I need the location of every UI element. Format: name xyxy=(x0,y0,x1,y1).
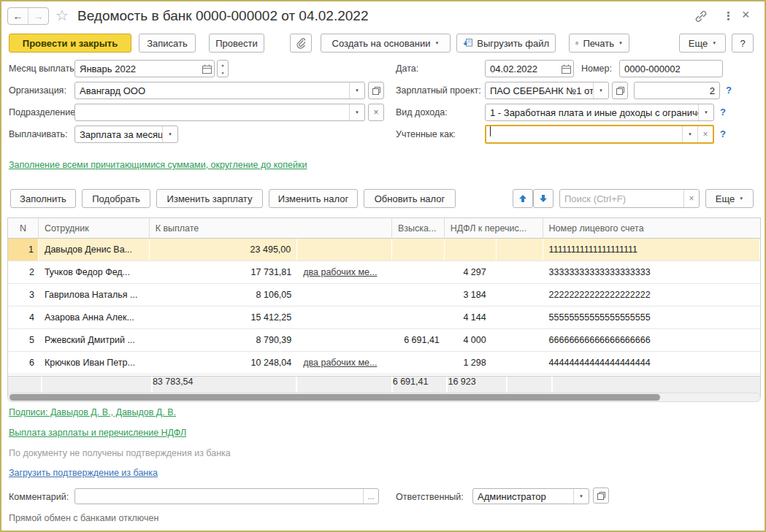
table-more-button[interactable]: Еще ▼ xyxy=(705,189,754,208)
search-clear-icon[interactable]: × xyxy=(683,190,699,207)
header-account[interactable]: Номер лицевого счета xyxy=(543,218,760,238)
back-button[interactable]: ← xyxy=(8,8,28,24)
department-label: Подразделение: xyxy=(9,107,78,117)
organization-open-button[interactable] xyxy=(368,82,384,99)
header-tax[interactable]: НДФЛ к перечис... xyxy=(445,218,543,238)
horizontal-scrollbar[interactable] xyxy=(7,393,761,402)
income-kind-field[interactable]: 1 - Заработная плата и иные доходы с огр… xyxy=(485,104,714,121)
salary-project-open-button[interactable] xyxy=(612,82,628,99)
chevron-down-icon: ▼ xyxy=(712,41,716,45)
responsible-open-button[interactable] xyxy=(593,487,609,504)
kebab-menu-icon[interactable]: ⋮ xyxy=(723,9,734,23)
cell-tax: 3 184 xyxy=(445,284,497,306)
pay-select[interactable]: Зарплата за месяц ▼ xyxy=(74,126,178,143)
attachments-button[interactable] xyxy=(290,34,312,53)
cell-employee: Гаврилова Наталья ... xyxy=(39,284,150,306)
get-link-button[interactable] xyxy=(694,9,708,26)
cell-account: 66666666666666666666 xyxy=(543,329,760,351)
dropdown-arrow-icon[interactable]: ▼ xyxy=(593,82,608,99)
number-field[interactable]: 0000-000002 xyxy=(619,60,723,77)
change-tax-button[interactable]: Изменить налог xyxy=(269,189,358,208)
salary-project-field[interactable]: ПАО СБЕРБАНК №1 от 2 ▼ xyxy=(485,82,609,99)
save-button[interactable]: Записать xyxy=(139,34,196,53)
update-tax-button[interactable]: Обновить налог xyxy=(364,189,456,208)
print-button[interactable]: Печать ▼ xyxy=(569,34,629,53)
header-amount[interactable]: К выплате xyxy=(150,218,392,238)
accounted-as-field[interactable]: ▼ × xyxy=(485,125,714,144)
change-salary-label: Изменить зарплату xyxy=(167,193,253,204)
organization-field[interactable]: Авангард ООО ▼ xyxy=(74,82,365,99)
post-and-close-button[interactable]: Провести и закрыть xyxy=(9,34,131,53)
search-input[interactable] xyxy=(564,193,679,204)
paperclip-icon xyxy=(296,38,305,49)
cell-note-link[interactable]: два рабочих ме... xyxy=(303,358,377,368)
print-label: Печать xyxy=(583,38,614,49)
document-window: ← → ☆ Ведомость в банк 0000-000002 от 04… xyxy=(0,0,766,532)
project-count-field[interactable]: 2 xyxy=(634,82,720,99)
month-field[interactable]: Январь 2022 xyxy=(74,60,215,77)
dropdown-arrow-icon[interactable]: ▼ xyxy=(162,126,177,142)
table-row[interactable]: 6 Крючков Иван Петр... 10 248,04 два раб… xyxy=(8,352,760,374)
stepper-down-icon[interactable]: ▼ xyxy=(218,69,228,77)
load-confirmation-link[interactable]: Загрузить подтверждение из банка xyxy=(9,468,158,478)
table-row[interactable]: 2 Тучков Федор Фед... 17 731,81 два рабо… xyxy=(8,261,760,284)
export-file-button[interactable]: Выгрузить файл xyxy=(456,34,556,53)
income-kind-help-icon[interactable]: ? xyxy=(720,107,726,117)
department-clear-button[interactable]: × xyxy=(368,104,384,121)
responsible-field[interactable]: Администратор ▼ xyxy=(472,488,589,504)
table-row[interactable]: 5 Ржевский Дмитрий ... 8 790,39 6 691,41… xyxy=(8,329,760,352)
income-kind-value: 1 - Заработная плата и иные доходы с огр… xyxy=(486,104,698,120)
cell-account: 22222222222222222222 xyxy=(543,284,760,306)
calendar-icon[interactable] xyxy=(559,61,573,77)
close-icon[interactable]: × xyxy=(742,7,750,23)
comment-field[interactable]: ... xyxy=(74,488,379,504)
help-button[interactable]: ? xyxy=(732,34,754,53)
post-button[interactable]: Провести xyxy=(209,34,264,53)
header-withheld[interactable]: Взыска... xyxy=(392,218,445,238)
accounted-as-help-icon[interactable]: ? xyxy=(720,128,726,139)
clear-icon[interactable]: × xyxy=(697,126,713,142)
department-field[interactable]: ▼ xyxy=(74,104,365,121)
fill-button[interactable]: Заполнить xyxy=(10,189,76,208)
scrollbar-thumb[interactable] xyxy=(9,394,660,401)
pick-button[interactable]: Подобрать xyxy=(82,189,150,208)
cell-tax: 4 144 xyxy=(445,307,497,328)
dropdown-arrow-icon[interactable]: ▼ xyxy=(682,126,697,142)
dropdown-arrow-icon[interactable]: ▼ xyxy=(573,489,589,504)
change-salary-button[interactable]: Изменить зарплату xyxy=(156,189,263,208)
ellipsis-icon[interactable]: ... xyxy=(363,489,378,504)
calendar-icon[interactable] xyxy=(199,61,214,77)
comment-input[interactable] xyxy=(80,491,359,502)
payout-and-tax-link[interactable]: Выплата зарплаты и перечисление НДФЛ xyxy=(9,428,186,438)
date-field[interactable]: 04.02.2022 xyxy=(485,60,574,77)
move-row-down-button[interactable] xyxy=(533,189,554,208)
header-row-number[interactable]: N xyxy=(8,218,39,238)
clear-icon: × xyxy=(373,107,378,117)
table-row[interactable]: 1 Давыдов Денис Ва... 23 495,00 11111111… xyxy=(8,239,760,261)
table-row[interactable]: 4 Азарова Анна Алек... 15 412,25 4 144 5… xyxy=(8,307,760,329)
date-value: 04.02.2022 xyxy=(486,61,559,77)
responsible-value: Администратор xyxy=(473,489,573,504)
dropdown-arrow-icon[interactable]: ▼ xyxy=(698,104,713,120)
table-row[interactable]: 3 Гаврилова Наталья ... 8 106,05 3 184 2… xyxy=(8,284,760,307)
fill-amounts-link[interactable]: Заполнение всеми причитающимися суммами,… xyxy=(9,159,315,171)
signatures-link[interactable]: Подписи: Давыдов Д. В., Давыдов Д. В. xyxy=(9,407,176,417)
cell-note-link[interactable]: два рабочих ме... xyxy=(303,267,377,277)
pick-label: Подобрать xyxy=(92,193,139,204)
dropdown-arrow-icon[interactable]: ▼ xyxy=(349,82,364,99)
favorite-star-icon[interactable]: ☆ xyxy=(55,8,69,23)
move-row-up-button[interactable] xyxy=(513,189,533,208)
salary-project-help-icon[interactable]: ? xyxy=(726,85,732,96)
search-box[interactable]: × xyxy=(559,189,700,208)
number-value: 0000-000002 xyxy=(620,61,722,77)
forward-button[interactable]: → xyxy=(28,8,48,24)
create-based-on-button[interactable]: Создать на основании ▼ xyxy=(321,34,451,53)
more-button[interactable]: Еще ▼ xyxy=(679,34,726,53)
stepper-up-icon[interactable]: ▲ xyxy=(218,61,228,69)
table-header-row: N Сотрудник К выплате Взыска... НДФЛ к п… xyxy=(8,218,760,239)
post-label: Провести xyxy=(215,38,258,49)
cell-empty xyxy=(497,284,543,306)
header-employee[interactable]: Сотрудник xyxy=(39,218,150,238)
chevron-down-icon: ▼ xyxy=(618,41,623,45)
dropdown-arrow-icon[interactable]: ▼ xyxy=(349,104,364,120)
